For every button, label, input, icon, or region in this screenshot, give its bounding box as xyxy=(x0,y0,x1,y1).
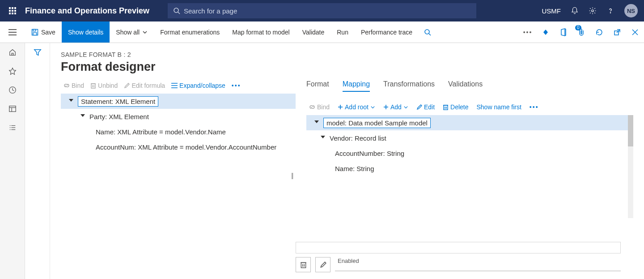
office-button[interactable] xyxy=(555,21,572,43)
main-content: SAMPLE FORMAT B : 2 Format designer Bind… xyxy=(50,43,644,279)
splitter-handle[interactable]: || xyxy=(291,172,292,179)
show-name-first-button[interactable]: Show name first xyxy=(476,103,521,111)
path-input[interactable] xyxy=(296,242,621,253)
format-enumerations-button[interactable]: Format enumerations xyxy=(154,21,226,43)
filter-icon[interactable] xyxy=(34,48,42,279)
tree-node-label: Statement: XML Element xyxy=(78,96,158,107)
svg-rect-18 xyxy=(12,53,13,56)
workspaces-icon[interactable] xyxy=(8,105,17,113)
tab-mapping[interactable]: Mapping xyxy=(343,80,370,92)
tree-node-label: Vendor: Record list xyxy=(330,134,386,142)
tree-node-label: AccountNumber: String xyxy=(335,150,404,157)
global-search[interactable]: Search for a page xyxy=(168,3,476,18)
tree-node-label: Name: String xyxy=(335,165,374,172)
user-avatar[interactable]: NS xyxy=(624,4,638,17)
action-search-button[interactable] xyxy=(419,21,436,43)
close-button[interactable] xyxy=(626,21,644,43)
home-icon[interactable] xyxy=(8,48,17,56)
delete-button[interactable]: Delete xyxy=(443,103,468,111)
link-icon xyxy=(309,104,315,110)
mapping-toolbar: Bind Add root Add Edit xyxy=(306,95,633,115)
recent-icon[interactable] xyxy=(8,86,17,94)
tree-row[interactable]: Vendor: Record list xyxy=(306,130,633,146)
caret-icon[interactable] xyxy=(79,114,87,119)
caret-icon[interactable] xyxy=(319,136,327,140)
power-apps-button[interactable] xyxy=(537,21,555,43)
tab-transformations[interactable]: Transformations xyxy=(383,80,435,92)
caret-icon[interactable] xyxy=(313,120,321,125)
detail-tabs: Format Mapping Transformations Validatio… xyxy=(306,80,633,95)
scrollbar[interactable] xyxy=(628,115,633,218)
pencil-icon xyxy=(124,83,130,89)
waffle-icon xyxy=(9,7,16,14)
delete-node-button[interactable] xyxy=(296,257,311,272)
performance-trace-button[interactable]: Performance trace xyxy=(355,21,419,43)
nav-rail xyxy=(0,43,25,279)
add-button[interactable]: Add xyxy=(383,103,408,111)
svg-marker-19 xyxy=(9,68,15,74)
enabled-input[interactable] xyxy=(335,270,621,271)
hamburger-icon[interactable] xyxy=(8,29,17,35)
enabled-label: Enabled xyxy=(338,258,359,264)
svg-marker-30 xyxy=(34,50,40,56)
tree-row[interactable]: Name: XML Attribute = model.Vendor.Name xyxy=(61,124,296,139)
tree-row[interactable]: Name: String xyxy=(306,161,633,176)
office-icon xyxy=(560,28,567,36)
tree-row[interactable]: AccountNum: XML Attribute = model.Vendor… xyxy=(61,139,296,155)
trash-icon xyxy=(443,104,449,110)
map-format-to-model-button[interactable]: Map format to model xyxy=(226,21,296,43)
show-details-button[interactable]: Show details xyxy=(62,21,110,43)
page-title: Format designer xyxy=(61,60,633,74)
help-icon[interactable] xyxy=(606,7,614,15)
favorites-icon[interactable] xyxy=(8,67,17,75)
mapping-more-button[interactable]: ••• xyxy=(530,103,539,111)
svg-point-0 xyxy=(174,8,178,13)
add-root-button[interactable]: Add root xyxy=(338,103,375,111)
gear-icon[interactable] xyxy=(589,7,597,15)
close-icon xyxy=(632,29,638,35)
chevron-down-icon xyxy=(403,105,408,110)
tree-row[interactable]: Statement: XML Element xyxy=(61,94,296,109)
bind-button: Bind xyxy=(64,82,84,89)
caret-icon[interactable] xyxy=(67,99,75,103)
expand-collapse-button[interactable]: Expand/collapse xyxy=(171,82,225,89)
show-all-label: Show all xyxy=(116,29,140,36)
svg-rect-8 xyxy=(33,29,36,31)
tree-row[interactable]: Party: XML Element xyxy=(61,109,296,124)
svg-rect-50 xyxy=(301,262,305,267)
detail-footer: Enabled xyxy=(296,242,633,277)
tab-format[interactable]: Format xyxy=(306,80,329,92)
tree-row[interactable]: model: Data model Sample model xyxy=(306,115,633,130)
format-more-button[interactable]: ••• xyxy=(232,82,241,89)
notifications-icon[interactable] xyxy=(571,7,579,15)
tree-row[interactable]: AccountNumber: String xyxy=(306,146,633,161)
svg-marker-39 xyxy=(80,114,85,117)
chevron-down-icon xyxy=(370,105,375,110)
svg-marker-48 xyxy=(314,120,319,123)
powerapps-icon xyxy=(542,28,550,36)
tab-validations[interactable]: Validations xyxy=(448,80,483,92)
popout-icon xyxy=(614,29,621,36)
attachments-button[interactable]: 0 xyxy=(572,21,590,43)
app-launcher[interactable] xyxy=(0,7,25,14)
svg-marker-49 xyxy=(321,136,325,138)
modules-icon[interactable] xyxy=(8,124,17,132)
validate-button[interactable]: Validate xyxy=(296,21,331,43)
svg-point-3 xyxy=(610,13,610,13)
company-picker[interactable]: USMF xyxy=(542,7,561,15)
format-tree: Statement: XML Element Party: XML Elemen… xyxy=(61,94,296,155)
refresh-button[interactable] xyxy=(590,21,608,43)
tree-node-label: Party: XML Element xyxy=(89,113,149,120)
tree-node-label: AccountNum: XML Attribute = model.Vendor… xyxy=(96,143,276,151)
run-button[interactable]: Run xyxy=(330,21,355,43)
list-icon xyxy=(171,83,178,88)
save-button[interactable]: Save xyxy=(25,21,62,43)
save-icon xyxy=(31,29,38,36)
pencil-icon xyxy=(320,262,326,268)
more-actions-button[interactable]: ••• xyxy=(519,21,537,43)
edit-node-button[interactable] xyxy=(315,257,330,272)
edit-formula-button: Edit formula xyxy=(124,82,165,89)
edit-button[interactable]: Edit xyxy=(416,103,435,111)
popout-button[interactable] xyxy=(608,21,626,43)
show-all-button[interactable]: Show all xyxy=(110,21,154,43)
